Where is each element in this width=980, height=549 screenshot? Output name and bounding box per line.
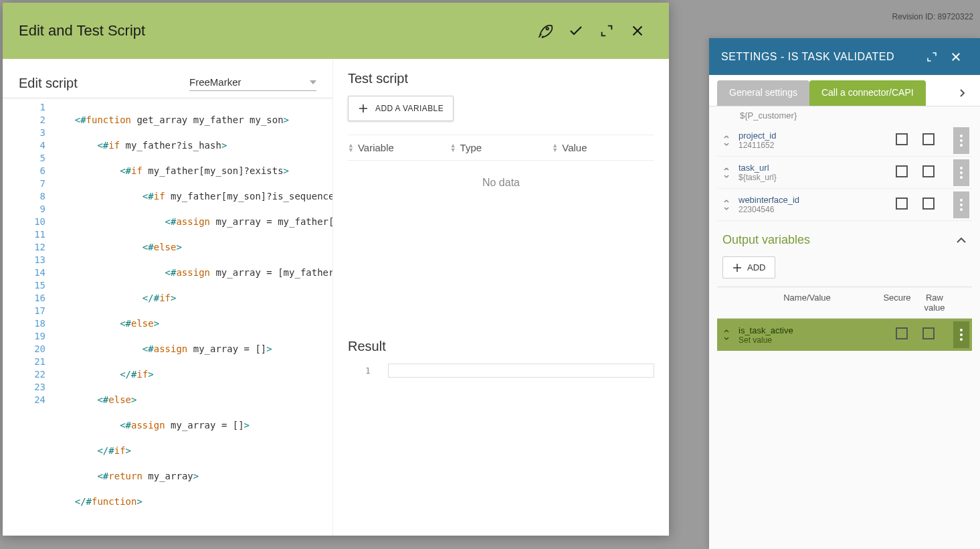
output-var-row[interactable]: is_task_active Set value — [717, 319, 972, 351]
var-name-value[interactable]: is_task_active Set value — [736, 321, 896, 349]
output-table-header: Name/Value Secure Raw value — [717, 287, 972, 319]
settings-panel-header: SETTINGS - IS TASK VALIDATED — [709, 38, 980, 75]
result-heading: Result — [348, 339, 654, 354]
settings-body: ${P_customer} project_id 12411652 task_u… — [709, 106, 980, 351]
secure-checkbox[interactable] — [896, 327, 922, 342]
result-content[interactable] — [388, 364, 654, 378]
dropdown-icon — [310, 80, 316, 84]
tab-general-settings[interactable]: General settings — [717, 80, 809, 106]
edit-script-pane: Edit script FreeMarker 12345678910111213… — [3, 59, 333, 536]
edit-script-heading: Edit script — [19, 76, 78, 91]
drag-handle-icon[interactable] — [717, 166, 736, 179]
check-icon[interactable] — [561, 15, 591, 46]
edit-script-modal: Edit and Test Script Edit script FreeMar… — [3, 3, 669, 536]
raw-checkbox[interactable] — [922, 198, 953, 212]
output-variables-heading: Output variables — [717, 221, 972, 252]
settings-panel: SETTINGS - IS TASK VALIDATED General set… — [709, 38, 980, 549]
drag-handle-icon[interactable] — [717, 134, 736, 147]
close-icon[interactable] — [622, 15, 653, 46]
input-var-row: project_id 12411652 — [717, 125, 972, 157]
col-type[interactable]: ▲▼Type — [450, 142, 553, 153]
secure-checkbox[interactable] — [896, 133, 922, 148]
var-name-value[interactable]: task_url ${task_url} — [736, 159, 896, 186]
row-menu-icon[interactable] — [953, 159, 969, 186]
var-name-value[interactable]: project_id 12411652 — [736, 127, 896, 154]
result-output: 1 — [348, 364, 654, 378]
truncated-var-value: ${P_customer} — [717, 106, 972, 125]
row-menu-icon[interactable] — [953, 127, 969, 154]
code-content[interactable]: <#function get_array my_father my_son> <… — [52, 98, 332, 536]
test-script-heading: Test script — [348, 71, 654, 86]
drag-handle-icon[interactable] — [717, 328, 736, 341]
code-editor[interactable]: 123456789101112131415161718192021222324 … — [3, 98, 332, 536]
no-data-label: No data — [348, 161, 654, 205]
drag-handle-icon[interactable] — [717, 198, 736, 212]
raw-checkbox[interactable] — [922, 133, 953, 148]
sort-icon: ▲▼ — [552, 143, 558, 153]
expand-icon[interactable] — [920, 45, 944, 69]
sort-icon: ▲▼ — [450, 143, 456, 153]
input-var-row: webinterface_id 22304546 — [717, 189, 972, 221]
tab-call-connector[interactable]: Call a connector/CAPI — [809, 80, 926, 106]
result-line-number: 1 — [348, 364, 388, 378]
fullscreen-icon[interactable] — [591, 15, 622, 46]
modal-title: Edit and Test Script — [19, 22, 530, 40]
tab-scroll-right-icon[interactable] — [952, 80, 972, 106]
test-vars-table-header: ▲▼Variable ▲▼Type ▲▼Value — [348, 135, 654, 161]
input-var-row: task_url ${task_url} — [717, 157, 972, 189]
settings-tabs: General settings Call a connector/CAPI — [709, 75, 980, 106]
add-variable-button[interactable]: ADD A VARIABLE — [348, 96, 454, 121]
svg-point-0 — [547, 27, 549, 29]
var-name-value[interactable]: webinterface_id 22304546 — [736, 191, 896, 218]
row-menu-icon[interactable] — [953, 191, 969, 218]
language-select[interactable]: FreeMarker — [189, 74, 316, 91]
add-output-var-button[interactable]: ADD — [722, 256, 775, 279]
secure-checkbox[interactable] — [896, 198, 922, 212]
revision-id-label: Revision ID: 89720322 — [892, 12, 973, 21]
settings-panel-title: SETTINGS - IS TASK VALIDATED — [721, 51, 920, 63]
close-icon[interactable] — [944, 45, 968, 69]
secure-checkbox[interactable] — [896, 165, 922, 180]
test-script-pane: Test script ADD A VARIABLE ▲▼Variable ▲▼… — [333, 59, 669, 536]
row-menu-icon[interactable] — [953, 321, 969, 348]
sort-icon: ▲▼ — [348, 143, 354, 153]
raw-checkbox[interactable] — [922, 327, 953, 342]
col-variable[interactable]: ▲▼Variable — [348, 142, 450, 153]
rocket-icon[interactable] — [530, 15, 561, 46]
line-gutter: 123456789101112131415161718192021222324 — [3, 98, 52, 536]
collapse-section-icon[interactable] — [956, 237, 967, 244]
col-value[interactable]: ▲▼Value — [552, 142, 654, 153]
raw-checkbox[interactable] — [922, 165, 953, 180]
modal-header: Edit and Test Script — [3, 3, 669, 59]
